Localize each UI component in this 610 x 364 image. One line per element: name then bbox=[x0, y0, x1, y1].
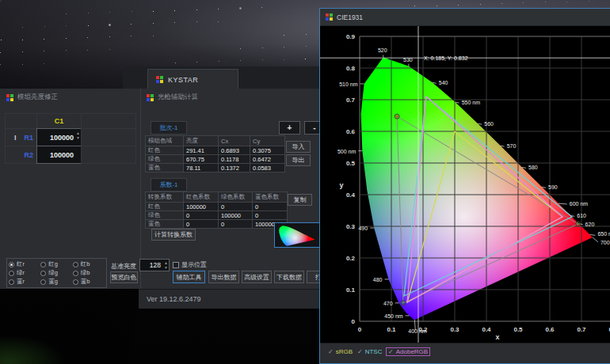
svg-text:0.4: 0.4 bbox=[482, 326, 491, 333]
calc-panel-title: 光枪辅助计算 bbox=[158, 93, 198, 102]
radio-circle-icon bbox=[40, 279, 46, 285]
cell-value[interactable]: 0 bbox=[253, 211, 287, 219]
radio-绿b[interactable]: 绿b bbox=[73, 269, 105, 277]
cell-value[interactable]: 0.6472 bbox=[250, 155, 284, 163]
ntsc-checkbox[interactable]: ✓ NTSC bbox=[357, 348, 382, 355]
checkbox-icon bbox=[173, 262, 179, 268]
radio-circle-icon bbox=[73, 279, 78, 285]
column-header: Cy bbox=[250, 136, 284, 146]
radio-蓝r[interactable]: 蓝r bbox=[9, 278, 40, 286]
calc-coef-button[interactable]: 计算转换系数 bbox=[151, 229, 196, 241]
svg-text:y: y bbox=[339, 181, 343, 189]
toolbar-button-export-data[interactable]: 导出数据 bbox=[208, 271, 239, 283]
tab-coef-1[interactable]: 系数-1 bbox=[151, 178, 187, 191]
adobergb-checkbox[interactable]: ✓ AdobeRGB bbox=[387, 348, 429, 355]
cie-thumbnail[interactable] bbox=[274, 222, 320, 248]
radio-红b[interactable]: 红b bbox=[73, 260, 105, 268]
gamut-table: 模组色域亮度CxCy红色291.410.68930.3075绿色670.750.… bbox=[145, 135, 285, 173]
cell-value[interactable]: 78.11 bbox=[184, 164, 218, 172]
svg-text:650 nm: 650 nm bbox=[597, 231, 610, 237]
tab-batch-1[interactable]: 批次-1 bbox=[151, 121, 187, 135]
svg-text:0.5: 0.5 bbox=[513, 326, 523, 333]
radio-蓝g[interactable]: 蓝g bbox=[40, 278, 72, 286]
svg-text:0.3: 0.3 bbox=[346, 223, 356, 230]
svg-text:470: 470 bbox=[383, 301, 393, 306]
brightness-value-r1[interactable]: 100000 bbox=[36, 128, 82, 146]
svg-text:510 nm: 510 nm bbox=[339, 82, 358, 87]
cie-titlebar[interactable]: CIE1931 bbox=[320, 9, 610, 26]
svg-text:610: 610 bbox=[577, 213, 586, 218]
svg-text:620: 620 bbox=[585, 222, 595, 227]
table-filler-cell bbox=[81, 113, 136, 129]
svg-text:0: 0 bbox=[352, 318, 356, 325]
cell-value[interactable]: 291.41 bbox=[184, 146, 218, 154]
toolbar-button-advanced-settings[interactable]: 高级设置 bbox=[242, 271, 272, 283]
cell-value[interactable]: 0 bbox=[184, 211, 218, 219]
import-button[interactable]: 导入 bbox=[286, 141, 311, 153]
svg-text:450 nm: 450 nm bbox=[384, 313, 403, 319]
row-label: 绿色 bbox=[146, 155, 183, 163]
svg-text:590: 590 bbox=[548, 184, 558, 190]
kystar-logo-icon bbox=[6, 94, 13, 101]
check-icon: ✓ bbox=[357, 349, 363, 355]
svg-text:600 nm: 600 nm bbox=[570, 201, 589, 207]
cell-value[interactable]: 0 bbox=[219, 203, 252, 210]
cie-bottom-bar: ✓ sRGB ✓ NTSC ✓ AdobeRGB 应用 bbox=[320, 343, 610, 363]
column-header: 亮度 bbox=[184, 136, 218, 146]
column-header: Cx bbox=[219, 136, 250, 146]
row-label: 蓝色 bbox=[146, 220, 183, 228]
toolbar-button-aux-tools[interactable]: 辅助工具 bbox=[173, 271, 205, 283]
brightness-value-r2[interactable]: 100000 bbox=[36, 146, 82, 164]
coefficient-table: 转换系数红色系数绿色系数蓝色系数红色10000000绿色01000000蓝色00… bbox=[145, 191, 288, 229]
cie-plot-area[interactable]: 00.10.20.30.40.50.60.70.800.10.20.30.40.… bbox=[320, 26, 610, 343]
row-label-r1: R1 bbox=[5, 128, 37, 146]
svg-text:0.5: 0.5 bbox=[346, 160, 356, 167]
row-label: 红色 bbox=[146, 146, 183, 154]
svg-text:500 nm: 500 nm bbox=[337, 149, 356, 154]
cell-value[interactable]: 100000 bbox=[219, 211, 252, 219]
radio-circle-icon bbox=[73, 271, 78, 276]
show-position-checkbox[interactable]: 显示位置 bbox=[173, 260, 207, 269]
brightness-panel-title: 模组亮度修正 bbox=[17, 93, 58, 102]
cell-value[interactable]: 100000 bbox=[184, 203, 218, 210]
cell-value[interactable]: 0 bbox=[219, 220, 252, 228]
radio-circle-icon bbox=[40, 271, 46, 276]
radio-circle-icon bbox=[9, 271, 14, 276]
table-filler-cell bbox=[81, 128, 136, 146]
radio-红g[interactable]: 红g bbox=[40, 260, 72, 268]
toolbar-button-download-data[interactable]: 下载数据 bbox=[274, 271, 304, 283]
srgb-checkbox[interactable]: ✓ sRGB bbox=[328, 348, 353, 355]
cell-value[interactable]: 0.0583 bbox=[250, 164, 284, 172]
radio-红r[interactable]: 红r bbox=[9, 260, 40, 268]
export-button[interactable]: 导出 bbox=[286, 154, 311, 166]
row-label: 绿色 bbox=[146, 211, 183, 219]
cell-value[interactable]: 0 bbox=[253, 203, 287, 210]
column-header: 蓝色系数 bbox=[253, 192, 287, 202]
check-icon: ✓ bbox=[388, 349, 394, 355]
cell-value[interactable]: 0.6893 bbox=[219, 146, 250, 154]
base-brightness-label: 基准亮度 bbox=[111, 262, 136, 271]
svg-text:550 nm: 550 nm bbox=[462, 100, 481, 105]
add-batch-button[interactable]: + bbox=[279, 121, 300, 135]
svg-text:0.9: 0.9 bbox=[346, 33, 356, 40]
cell-value[interactable]: 670.75 bbox=[184, 155, 218, 163]
cie-plot-svg[interactable]: 00.10.20.30.40.50.60.70.800.10.20.30.40.… bbox=[320, 26, 610, 343]
kystar-logo-icon bbox=[147, 94, 154, 101]
tab-kystar-label: KYSTAR bbox=[168, 76, 198, 84]
radio-circle-icon bbox=[9, 279, 14, 285]
cell-value[interactable]: 0.3075 bbox=[250, 146, 284, 154]
radio-绿r[interactable]: 绿r bbox=[9, 269, 40, 277]
copy-button[interactable]: 复制 bbox=[288, 194, 312, 206]
cell-value[interactable]: 0.1372 bbox=[219, 164, 250, 172]
cell-value[interactable]: 0.1178 bbox=[219, 155, 250, 163]
radio-绿g[interactable]: 绿g bbox=[40, 269, 72, 277]
row-label-r2: R2 bbox=[5, 146, 37, 164]
radio-蓝b[interactable]: 蓝b bbox=[73, 278, 105, 286]
svg-text:520: 520 bbox=[378, 47, 387, 53]
tab-kystar[interactable]: KYSTAR bbox=[147, 69, 238, 89]
table-corner-cell bbox=[5, 113, 37, 129]
preview-white-button[interactable]: 预览白色 bbox=[110, 271, 138, 283]
cell-value[interactable]: 0 bbox=[184, 220, 218, 228]
radio-circle-icon bbox=[40, 262, 46, 267]
svg-text:X: 0.185, Y: 0.832: X: 0.185, Y: 0.832 bbox=[424, 55, 468, 61]
